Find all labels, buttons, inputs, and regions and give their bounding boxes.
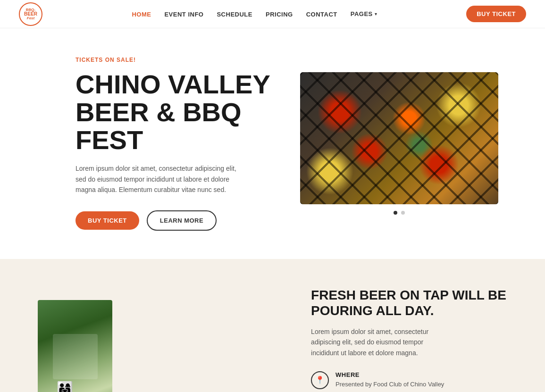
nav-pages[interactable]: PAGES ▾ bbox=[351, 10, 377, 17]
feature-content: FRESH BEER ON TAP WILL BE POURING ALL DA… bbox=[292, 287, 507, 392]
hero-image-wrap bbox=[292, 72, 508, 215]
grill-food-image bbox=[300, 72, 498, 204]
navbar-buy-ticket-button[interactable]: BUY TICKET bbox=[466, 6, 526, 22]
info-where-text: WHERE Presented by Food Club of Chino Va… bbox=[335, 371, 444, 389]
nav-home[interactable]: HOME bbox=[132, 11, 151, 18]
hero-learn-more-button[interactable]: LEARN MORE bbox=[147, 210, 217, 231]
logo-line2: BEER bbox=[24, 12, 37, 17]
location-icon: 📍 bbox=[311, 371, 329, 389]
nav-event-info[interactable]: EVENT INFO bbox=[164, 11, 203, 18]
info-item-where: 📍 WHERE Presented by Food Club of Chino … bbox=[311, 371, 507, 389]
feature-images bbox=[38, 300, 273, 392]
slide-dot-1[interactable] bbox=[394, 211, 397, 215]
logo-line3: Fest bbox=[27, 17, 34, 20]
nav-links: HOME EVENT INFO SCHEDULE PRICING CONTACT… bbox=[132, 10, 377, 18]
chevron-down-icon: ▾ bbox=[375, 11, 377, 17]
nav-pages-link[interactable]: PAGES bbox=[351, 10, 373, 17]
nav-schedule[interactable]: SCHEDULE bbox=[217, 11, 252, 18]
feature-title: FRESH BEER ON TAP WILL BE POURING ALL DA… bbox=[311, 287, 507, 319]
info-where-heading: WHERE bbox=[335, 371, 444, 378]
hero-content: TICKETS ON SALE! CHINO VALLEY BEER & BBQ… bbox=[75, 57, 292, 231]
hero-image bbox=[300, 72, 498, 204]
hero-buttons: BUY TICKET LEARN MORE bbox=[75, 210, 292, 231]
info-where-detail: Presented by Food Club of Chino Valley bbox=[335, 380, 444, 389]
slide-dots bbox=[394, 211, 405, 215]
hero-buy-ticket-button[interactable]: BUY TICKET bbox=[75, 211, 139, 230]
feature-description: Lorem ipsum dolor sit amet, consectetur … bbox=[311, 326, 453, 358]
feature-section: FRESH BEER ON TAP WILL BE POURING ALL DA… bbox=[0, 259, 545, 392]
slide-dot-2[interactable] bbox=[401, 211, 405, 215]
hero-title: CHINO VALLEY BEER & BBQ FEST bbox=[75, 71, 292, 154]
feature-image-picnic bbox=[38, 300, 112, 392]
logo[interactable]: BBQ- BEER Fest bbox=[19, 2, 42, 26]
nav-pricing[interactable]: PRICING bbox=[266, 11, 293, 18]
navbar: BBQ- BEER Fest HOME EVENT INFO SCHEDULE … bbox=[0, 0, 545, 28]
nav-contact[interactable]: CONTACT bbox=[306, 11, 337, 18]
hero-description: Lorem ipsum dolor sit amet, consectetur … bbox=[75, 163, 245, 195]
hero-section: TICKETS ON SALE! CHINO VALLEY BEER & BBQ… bbox=[0, 28, 545, 259]
hero-tag: TICKETS ON SALE! bbox=[75, 57, 292, 63]
